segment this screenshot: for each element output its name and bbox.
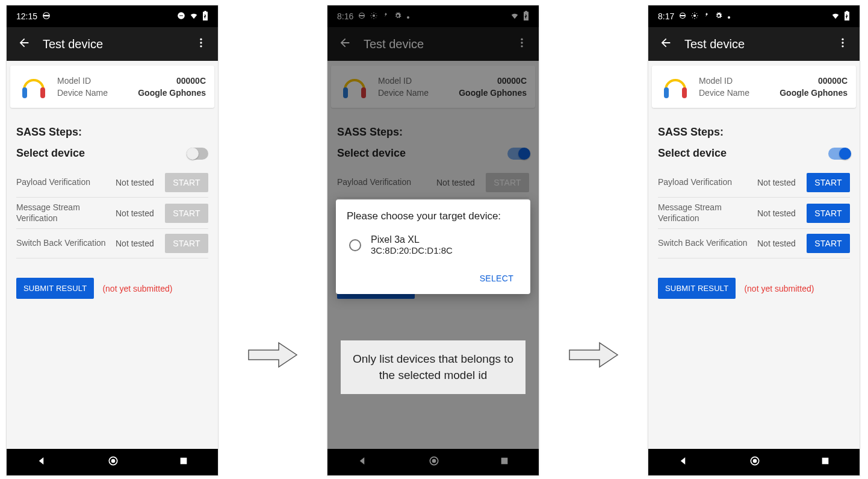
model-id-label: Model ID [699,76,733,86]
svg-point-22 [842,45,843,47]
phone-screen-3: 8:17 Test device Model ID 00000C [648,5,860,476]
test-label: Switch Back Verification [16,238,116,249]
app-bar-title: Test device [43,37,191,51]
phone-screen-1: 12:15 Test device [6,5,219,476]
back-icon[interactable] [14,33,34,55]
device-card: Model ID 00000C Device Name Google Gphon… [10,66,214,108]
theta-icon [42,11,51,22]
svg-point-2 [200,45,202,47]
test-label: Switch Back Verification [658,238,757,249]
svg-point-19 [728,16,730,19]
test-status: Not tested [757,239,807,248]
test-row: Message Stream Verification Not tested S… [658,198,850,229]
target-device-dialog: Please choose your target device: Pixel … [336,199,530,294]
device-card: Model ID 00000C Device Name Google Gphon… [652,66,856,108]
battery-icon [844,11,850,22]
nav-home-icon[interactable] [107,455,119,469]
option-mac: 3C:8D:20:DC:D1:8C [371,245,453,255]
phone-screen-2: 8:16 Test device Model ID 00000C [327,5,539,476]
section-title: SASS Steps: [16,126,208,139]
start-button: START [165,173,208,192]
app-bar-title: Test device [684,37,833,51]
section-title: SASS Steps: [658,126,850,139]
test-status: Not tested [116,178,165,187]
svg-point-0 [200,39,202,40]
wifi-icon [831,11,840,22]
start-button: START [165,204,208,223]
test-status: Not tested [116,208,165,218]
nav-recents-icon[interactable] [820,456,830,468]
test-label: Payload Verification [16,177,116,188]
headphones-icon [19,72,49,102]
dialog-title: Please choose your target device: [347,210,519,222]
status-time: 12:15 [16,11,37,21]
device-name-value: Google Gphones [138,88,206,98]
submit-result-button[interactable]: SUBMIT RESULT [658,278,736,299]
test-row: Switch Back Verification Not tested STAR… [16,229,208,258]
headphones-icon [660,72,690,102]
select-device-toggle[interactable] [187,148,208,160]
test-status: Not tested [757,208,807,218]
svg-point-20 [842,39,843,40]
overflow-icon[interactable] [191,33,211,55]
start-button: START [165,234,208,253]
not-submitted-label: (not yet submitted) [102,284,172,293]
status-time: 8:17 [658,11,674,21]
start-button[interactable]: START [807,173,850,192]
test-label: Message Stream Verification [16,202,116,224]
test-label: Message Stream Verification [658,202,757,224]
brightness-icon [691,11,698,21]
test-row: Payload Verification Not tested START [658,168,850,198]
test-label: Payload Verification [658,177,757,188]
svg-rect-4 [40,87,45,98]
select-device-toggle[interactable] [828,148,850,160]
status-bar: 8:17 [648,5,860,27]
radio-icon[interactable] [349,239,361,251]
test-row: Switch Back Verification Not tested STAR… [658,229,850,258]
select-device-label: Select device [658,147,727,160]
option-name: Pixel 3a XL [371,234,453,245]
wifi-icon [189,11,199,22]
svg-point-26 [752,459,757,463]
nav-back-icon[interactable] [37,456,48,469]
test-row: Message Stream Verification Not tested S… [16,198,208,229]
back-icon[interactable] [656,33,676,55]
overflow-icon[interactable] [833,33,852,55]
start-button[interactable]: START [807,234,850,253]
test-status: Not tested [116,239,165,248]
select-device-label: Select device [16,147,85,160]
svg-rect-3 [22,87,27,98]
nav-bar [7,449,218,475]
svg-point-6 [111,459,115,463]
nav-home-icon[interactable] [749,455,761,469]
dialog-option[interactable]: Pixel 3a XL 3C:8D:20:DC:D1:8C [347,231,519,259]
submit-result-button[interactable]: SUBMIT RESULT [16,278,94,299]
nav-bar [648,449,860,475]
device-name-label: Device Name [699,88,749,98]
svg-point-1 [200,42,202,43]
device-name-label: Device Name [57,88,108,98]
not-submitted-label: (not yet submitted) [744,284,814,293]
battery-icon [202,11,208,22]
model-id-value: 00000C [818,76,848,86]
dot-icon [727,11,731,21]
start-button[interactable]: START [807,204,850,223]
test-row: Payload Verification Not tested START [16,168,208,198]
flow-arrow-icon [247,342,298,368]
test-status: Not tested [757,178,807,187]
svg-rect-24 [682,87,687,98]
model-id-label: Model ID [57,76,91,86]
theta-icon [679,11,686,21]
model-id-value: 00000C [176,76,206,86]
explainer-note: Only list devices that belongs to the se… [341,340,525,394]
svg-rect-23 [664,87,669,98]
signal-icon [703,11,710,21]
svg-rect-27 [822,458,828,465]
app-bar: Test device [648,27,860,61]
svg-rect-7 [180,458,187,465]
svg-point-18 [693,14,696,17]
nav-back-icon[interactable] [678,456,689,469]
nav-recents-icon[interactable] [179,456,188,468]
device-name-value: Google Gphones [780,88,848,98]
dialog-select-button[interactable]: SELECT [474,269,519,288]
